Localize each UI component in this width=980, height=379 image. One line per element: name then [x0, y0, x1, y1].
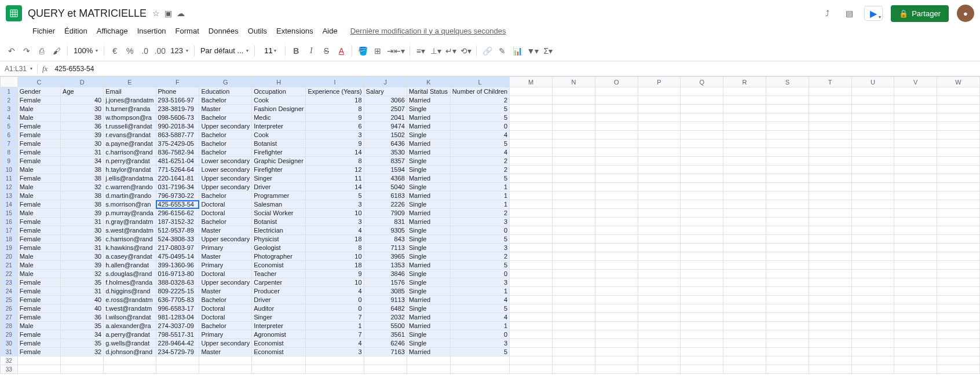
- cell-P16[interactable]: [638, 218, 681, 226]
- cell-P17[interactable]: [638, 226, 681, 235]
- cell-T12[interactable]: [809, 183, 851, 192]
- cell-T15[interactable]: [809, 209, 851, 218]
- cell-T13[interactable]: [809, 192, 851, 200]
- cell-E15[interactable]: p.murray@randa: [104, 209, 156, 218]
- cell-I23[interactable]: 10: [306, 278, 364, 287]
- row-header-4[interactable]: 4: [1, 113, 18, 122]
- cell-G15[interactable]: Doctoral: [199, 209, 252, 218]
- cell-V3[interactable]: [894, 105, 937, 113]
- cell-M27[interactable]: [510, 313, 553, 322]
- cell-F28[interactable]: 274-3037-09: [156, 322, 199, 330]
- cell-J16[interactable]: 831: [364, 218, 407, 226]
- cell-T14[interactable]: [809, 200, 851, 209]
- cell-E21[interactable]: h.allen@randat: [104, 261, 156, 270]
- cell-V28[interactable]: [894, 322, 937, 330]
- cell-S33[interactable]: [766, 365, 809, 374]
- cell-D28[interactable]: 35: [61, 322, 104, 330]
- cell-L3[interactable]: 5: [450, 105, 509, 113]
- cell-F26[interactable]: 996-6583-17: [156, 304, 199, 313]
- cell-I29[interactable]: 7: [306, 330, 364, 339]
- cell-L4[interactable]: 5: [450, 113, 509, 122]
- comments-icon[interactable]: ▤: [842, 6, 856, 20]
- cell-Q22[interactable]: [681, 270, 723, 278]
- cell-F6[interactable]: 863-5887-77: [156, 131, 199, 139]
- cell-E20[interactable]: a.casey@randat: [104, 252, 156, 261]
- col-header-O[interactable]: O: [595, 77, 638, 87]
- name-box[interactable]: A1:L31: [0, 65, 35, 73]
- cell-P22[interactable]: [638, 270, 681, 278]
- cell-E14[interactable]: s.morrison@ran: [104, 200, 156, 209]
- cell-M32[interactable]: [510, 356, 553, 365]
- cell-T6[interactable]: [809, 131, 851, 139]
- cell-H18[interactable]: Physicist: [252, 235, 306, 244]
- cell-P32[interactable]: [638, 356, 681, 365]
- cell-D20[interactable]: 30: [61, 252, 104, 261]
- cell-S3[interactable]: [766, 105, 809, 113]
- cell-N31[interactable]: [553, 348, 595, 356]
- cell-W9[interactable]: [937, 157, 980, 165]
- cell-H19[interactable]: Geologist: [252, 244, 306, 252]
- cell-T7[interactable]: [809, 139, 851, 148]
- cell-S19[interactable]: [766, 244, 809, 252]
- cell-E17[interactable]: s.west@randatm: [104, 226, 156, 235]
- col-header-N[interactable]: N: [553, 77, 595, 87]
- cell-M1[interactable]: [510, 87, 553, 96]
- merge-icon[interactable]: ⇥⇤▾: [386, 44, 406, 58]
- cell-I28[interactable]: 1: [306, 322, 364, 330]
- cell-N10[interactable]: [553, 165, 595, 174]
- cell-D6[interactable]: 39: [61, 131, 104, 139]
- text-color-icon[interactable]: A: [334, 44, 348, 58]
- cell-C17[interactable]: Female: [17, 226, 60, 235]
- cell-E12[interactable]: c.warren@rando: [104, 183, 156, 192]
- cell-G31[interactable]: Master: [199, 348, 252, 356]
- cell-O24[interactable]: [595, 287, 638, 296]
- cell-P19[interactable]: [638, 244, 681, 252]
- cell-E31[interactable]: d.johnson@rand: [104, 348, 156, 356]
- cell-U5[interactable]: [851, 122, 894, 131]
- cell-J25[interactable]: 9113: [364, 296, 407, 304]
- cell-Q6[interactable]: [681, 131, 723, 139]
- cell-W30[interactable]: [937, 339, 980, 348]
- cell-Q3[interactable]: [681, 105, 723, 113]
- col-header-H[interactable]: H: [252, 77, 306, 87]
- cell-G21[interactable]: Primary: [199, 261, 252, 270]
- cell-V10[interactable]: [894, 165, 937, 174]
- cell-V31[interactable]: [894, 348, 937, 356]
- cell-S4[interactable]: [766, 113, 809, 122]
- row-header-23[interactable]: 23: [1, 278, 18, 287]
- cell-L33[interactable]: [450, 365, 509, 374]
- cell-F24[interactable]: 809-2225-15: [156, 287, 199, 296]
- cell-Q18[interactable]: [681, 235, 723, 244]
- cell-U7[interactable]: [851, 139, 894, 148]
- cell-P8[interactable]: [638, 148, 681, 157]
- cell-T8[interactable]: [809, 148, 851, 157]
- cell-P33[interactable]: [638, 365, 681, 374]
- cell-F22[interactable]: 016-9713-80: [156, 270, 199, 278]
- cell-K18[interactable]: Single: [407, 235, 450, 244]
- cell-L9[interactable]: 2: [450, 157, 509, 165]
- cell-R30[interactable]: [723, 339, 766, 348]
- cell-R5[interactable]: [723, 122, 766, 131]
- row-header-14[interactable]: 14: [1, 200, 18, 209]
- cell-R4[interactable]: [723, 113, 766, 122]
- cell-Q20[interactable]: [681, 252, 723, 261]
- comment-icon[interactable]: ✎: [495, 44, 509, 58]
- cell-G22[interactable]: Doctoral: [199, 270, 252, 278]
- cell-T24[interactable]: [809, 287, 851, 296]
- cell-D16[interactable]: 31: [61, 218, 104, 226]
- row-header-20[interactable]: 20: [1, 252, 18, 261]
- cell-J14[interactable]: 2226: [364, 200, 407, 209]
- cell-L14[interactable]: 1: [450, 200, 509, 209]
- cell-R33[interactable]: [723, 365, 766, 374]
- cell-I25[interactable]: 0: [306, 296, 364, 304]
- cell-N4[interactable]: [553, 113, 595, 122]
- menu-file[interactable]: Fichier: [29, 25, 58, 37]
- cell-C7[interactable]: Female: [17, 139, 60, 148]
- cell-S26[interactable]: [766, 304, 809, 313]
- cell-C13[interactable]: Male: [17, 192, 60, 200]
- cell-I32[interactable]: [306, 356, 364, 365]
- cell-Q1[interactable]: [681, 87, 723, 96]
- cell-E28[interactable]: a.alexander@ra: [104, 322, 156, 330]
- cell-P7[interactable]: [638, 139, 681, 148]
- cell-H28[interactable]: Interpreter: [252, 322, 306, 330]
